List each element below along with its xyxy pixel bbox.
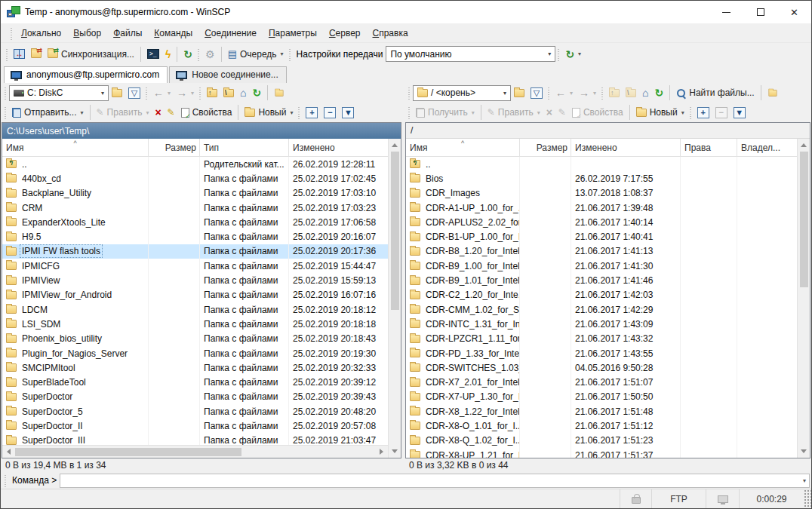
home-directory-button[interactable]: ⌂	[237, 85, 249, 100]
file-row[interactable]: SuperDoctor_IIПапка с файлами25.02.2019 …	[2, 419, 388, 433]
file-row[interactable]: CDR-X8-Q_1.02_for_I...21.06.2017 1:51:23	[406, 434, 797, 448]
file-row[interactable]: CDR-INTC_1.31_for_In...21.06.2017 1:43:0…	[406, 317, 797, 331]
toolbar-grip[interactable]	[408, 86, 411, 100]
file-row[interactable]: CDR-LPZCR1_1.11_for...21.06.2017 1:43:32	[406, 332, 797, 346]
column-header-size[interactable]: Размер	[149, 139, 200, 156]
delete-button[interactable]: ×	[543, 105, 555, 120]
toolbar-grip[interactable]	[288, 48, 292, 61]
file-row[interactable]: CDR-B9_1.00_for_Intel...21.06.2017 1:41:…	[406, 259, 797, 273]
back-button[interactable]: ←▾	[150, 85, 174, 100]
open-directory-button[interactable]	[109, 87, 125, 99]
toolbar-grip[interactable]	[297, 106, 301, 119]
refresh-button[interactable]: ↻	[652, 85, 667, 100]
refresh-session-button[interactable]: ↻	[180, 47, 195, 62]
file-row[interactable]: SuperDoctor_IIIПапка с файлами25.02.2019…	[2, 434, 388, 445]
parent-directory-button[interactable]: ↑	[204, 87, 220, 99]
file-row[interactable]: CDR-X7_2.01_for_Intel...21.06.2017 1:51:…	[406, 375, 797, 389]
file-row[interactable]: SuperBladeToolПапка с файлами25.02.2019 …	[2, 375, 388, 389]
menu-files[interactable]: Файлы	[107, 25, 148, 41]
parent-directory-button[interactable]: ↑	[606, 87, 623, 99]
properties-button[interactable]: Свойства	[178, 106, 235, 119]
delete-button[interactable]: ×	[152, 105, 164, 120]
properties-button[interactable]: Свойства	[569, 106, 626, 119]
file-row[interactable]: CDR-B1-UP_1.00_for_I...21.06.2017 1:40:4…	[406, 229, 797, 244]
rename-button[interactable]: ✎	[555, 106, 569, 119]
file-row[interactable]: CDR-SWITCHES_1.03_...04.05.2016 9:50:28	[406, 360, 797, 375]
file-row[interactable]: Bios26.02.2019 7:17:55	[406, 171, 797, 186]
file-row[interactable]: Backplane_UtilityПапка с файлами25.02.20…	[2, 186, 388, 201]
file-row[interactable]: ..	[406, 157, 797, 171]
file-row[interactable]: CDR-A1-UP_1.00_for_...21.06.2017 1:39:48	[406, 201, 797, 215]
forward-button[interactable]: →▾	[174, 85, 197, 100]
filter-button[interactable]: ▽	[527, 86, 546, 100]
column-header-owner[interactable]: Владел...	[737, 139, 797, 156]
column-header-name[interactable]: Имя^	[406, 139, 520, 156]
file-row[interactable]: LDCMПапка с файлами25.02.2019 20:18:12	[2, 302, 388, 317]
edit-button[interactable]: ✎ Править ▾	[94, 106, 152, 119]
transfer-preset-select[interactable]: По умолчанию ▾	[386, 46, 555, 62]
menu-session[interactable]: Соединение	[198, 25, 263, 41]
toolbar-grip[interactable]	[557, 48, 561, 61]
refresh-button[interactable]: ↻	[250, 85, 265, 100]
unselect-button[interactable]: −	[712, 106, 730, 120]
upload-button[interactable]: Отправить... ▾	[9, 106, 87, 119]
directory-tree-button[interactable]	[271, 87, 288, 99]
close-button[interactable]: ✕	[777, 1, 811, 23]
column-header-rights[interactable]: Права	[681, 139, 737, 156]
column-header-name[interactable]: Имя^	[2, 139, 149, 156]
menu-options[interactable]: Параметры	[263, 25, 323, 41]
column-header-modified[interactable]: Изменено	[289, 139, 388, 156]
file-row[interactable]: CDR-X8-O_1.01_for_I...21.06.2017 1:51:12	[406, 419, 797, 433]
local-vertical-scrollbar[interactable]	[388, 139, 401, 458]
local-path-bar[interactable]: C:\Users\user\Temp\	[2, 123, 401, 139]
file-row[interactable]: Plugin_for_Nagios_ServerПапка с файлами2…	[2, 346, 388, 360]
file-row[interactable]: SuperDoctorПапка с файлами25.02.2019 20:…	[2, 390, 388, 404]
drive-select[interactable]: C: DiskC ▾	[9, 85, 109, 101]
minimize-button[interactable]	[709, 1, 743, 23]
remote-path-bar[interactable]: /	[406, 123, 810, 139]
file-row[interactable]: ..Родительский кат...26.02.2019 12:28:11	[2, 157, 388, 171]
transfer-options-button[interactable]: ↻ ▾	[562, 47, 584, 62]
title-bar[interactable]: Temp - anonymous@ftp.supermicro.com - Wi…	[1, 1, 811, 23]
console-button[interactable]: ϟ	[162, 47, 174, 62]
file-row[interactable]: CDR-APLUS2_2.02_for...21.06.2017 1:40:14	[406, 215, 797, 229]
protocol-cell[interactable]: FTP	[651, 489, 706, 508]
root-directory-button[interactable]: \	[220, 87, 237, 99]
file-row[interactable]: IPMIView_for_AndroidПапка с файлами25.02…	[2, 288, 388, 302]
select-by-mask-button[interactable]: ▼	[730, 106, 749, 120]
file-row[interactable]: CDR-CMM_1.02_for_S...21.06.2017 1:42:29	[406, 302, 797, 317]
menu-commands[interactable]: Команды	[148, 25, 198, 41]
scroll-down-icon[interactable]	[798, 445, 810, 458]
toolbar-grip[interactable]	[408, 106, 411, 119]
remote-directory-select[interactable]: / <корень> ▾	[413, 85, 511, 101]
toolbar-grip[interactable]	[10, 26, 14, 40]
scroll-down-icon[interactable]	[389, 445, 401, 458]
file-row[interactable]: LSI_SDMПапка с файлами25.02.2019 20:18:1…	[2, 317, 388, 331]
toolbar-grip[interactable]	[547, 86, 551, 100]
file-row[interactable]: CDR-B9_1.01_for_Intel...21.06.2017 1:41:…	[406, 273, 797, 287]
select-by-mask-button[interactable]: ▼	[339, 106, 357, 120]
column-header-type[interactable]: Тип	[200, 139, 289, 156]
edit-button[interactable]: ✎ Править ▾	[484, 106, 543, 119]
file-row[interactable]: Phoenix_bios_utilityПапка с файлами25.02…	[2, 332, 388, 346]
file-row[interactable]: SMCIPMItoolПапка с файлами25.02.2019 20:…	[2, 360, 388, 375]
rename-button[interactable]: ✎	[165, 106, 178, 119]
scroll-right-icon[interactable]	[375, 446, 388, 458]
menu-mark[interactable]: Выбор	[67, 25, 107, 41]
encryption-cell[interactable]	[620, 489, 651, 508]
session-status-cell[interactable]	[706, 489, 739, 508]
new-button[interactable]: Новый ▾	[633, 106, 687, 119]
file-row[interactable]: IPMIViewПапка с файлами25.02.2019 15:59:…	[2, 273, 388, 287]
sync-browsing-button[interactable]: ⇄	[28, 48, 45, 60]
local-horizontal-scrollbar[interactable]	[2, 445, 388, 458]
back-button[interactable]: ←▾	[552, 85, 576, 100]
queue-button[interactable]: ▤ Очередь ▾	[225, 47, 287, 61]
menu-local[interactable]: Локально	[15, 25, 67, 41]
select-button[interactable]: +	[303, 106, 321, 120]
tab-new-session[interactable]: Новое соединение...	[169, 66, 287, 83]
find-files-button[interactable]: Найти файлы...	[673, 86, 757, 100]
file-row[interactable]: CDR-X8-UP_1.21_for_I...21.06.2017 1:51:3…	[406, 448, 797, 458]
toolbar-grip[interactable]	[4, 474, 8, 487]
forward-button[interactable]: →▾	[576, 85, 599, 100]
toolbar-grip[interactable]	[689, 106, 693, 119]
